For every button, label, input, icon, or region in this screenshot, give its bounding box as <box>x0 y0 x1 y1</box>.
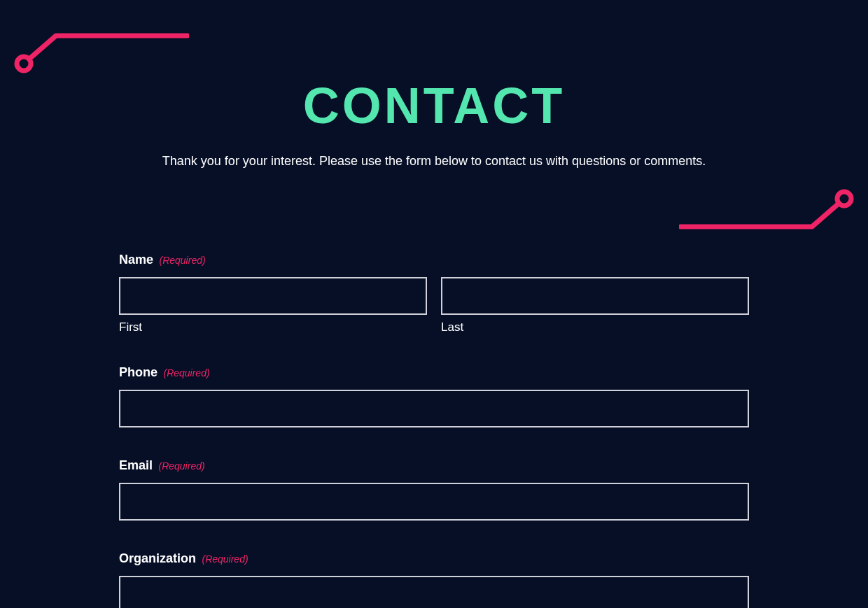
name-label: Name <box>119 253 153 267</box>
contact-form: Name (Required) First Last Phone (Requir… <box>119 253 749 608</box>
first-name-input[interactable] <box>119 277 427 315</box>
phone-label: Phone <box>119 365 158 379</box>
phone-field-group: Phone (Required) <box>119 365 749 427</box>
name-field-group: Name (Required) First Last <box>119 253 749 334</box>
phone-required-tag: (Required) <box>163 367 209 379</box>
organization-input[interactable] <box>119 576 749 608</box>
last-name-sublabel: Last <box>441 320 749 334</box>
organization-label: Organization <box>119 551 196 565</box>
name-required-tag: (Required) <box>159 255 205 266</box>
organization-field-group: Organization (Required) <box>119 551 749 608</box>
email-label: Email <box>119 458 153 472</box>
email-required-tag: (Required) <box>158 460 204 472</box>
email-field-group: Email (Required) <box>119 458 749 521</box>
decorative-line-bottom-right <box>679 189 854 231</box>
svg-point-0 <box>17 57 31 71</box>
page-subtitle: Thank you for your interest. Please use … <box>0 154 868 169</box>
organization-required-tag: (Required) <box>202 553 248 565</box>
decorative-line-top-left <box>14 31 189 73</box>
email-input[interactable] <box>119 483 749 521</box>
phone-input[interactable] <box>119 390 749 427</box>
first-name-sublabel: First <box>119 320 427 334</box>
svg-point-1 <box>837 192 851 206</box>
page-title: CONTACT <box>0 77 868 134</box>
last-name-input[interactable] <box>441 277 749 315</box>
